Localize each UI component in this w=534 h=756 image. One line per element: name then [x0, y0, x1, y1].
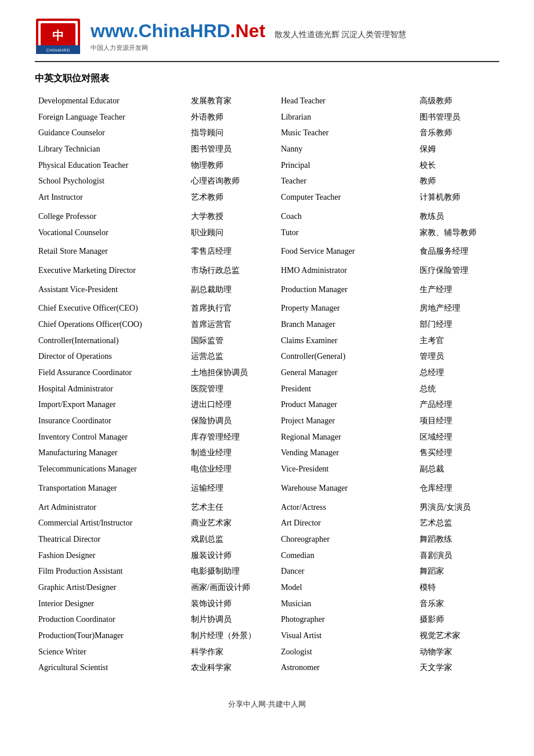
english-job-1: Chief Executive Officer(CEO): [35, 297, 187, 316]
english-job-2: Dancer: [277, 563, 416, 579]
english-job-2: Teacher: [277, 173, 416, 189]
table-row: Commercial Artist/Instructor商业艺术家Art Dir…: [35, 515, 499, 531]
table-row: Production Coordinator制片协调员Photographer摄…: [35, 611, 499, 628]
chinese-job-1: 外语教师: [187, 109, 277, 125]
english-job-2: HMO Administrator: [277, 260, 416, 279]
table-row: Import/Export Manager进出口经理Product Manage…: [35, 397, 499, 413]
english-job-2: Project Manager: [277, 413, 416, 429]
chinese-job-1: 首席运营官: [187, 316, 277, 333]
english-job-2: Branch Manager: [277, 316, 416, 333]
english-job-1: Transportation Manager: [35, 477, 187, 496]
chinese-job-1: 艺术教师: [187, 189, 277, 206]
chinese-job-2: 高级教师: [416, 93, 499, 109]
chinese-job-1: 画家/画面设计师: [187, 579, 277, 596]
english-job-1: Interior Designer: [35, 596, 187, 612]
chinese-job-2: 计算机教师: [416, 189, 499, 206]
table-row: Vocational Counselor职业顾问Tutor家教、辅导教师: [35, 225, 499, 241]
chinese-job-2: 总经理: [416, 365, 499, 381]
table-row: Science Writer科学作家Zoologist动物学家: [35, 644, 499, 660]
english-job-2: Product Manager: [277, 397, 416, 413]
chinese-job-2: 艺术总监: [416, 515, 499, 531]
table-row: Theatrical Director戏剧总监Choreographer舞蹈教练: [35, 531, 499, 548]
english-job-2: Tutor: [277, 225, 416, 241]
table-row: Controller(International)国际监管Claims Exam…: [35, 333, 499, 349]
chinese-job-2: 家教、辅导教师: [416, 225, 499, 241]
table-row: Interior Designer装饰设计师Musician音乐家: [35, 596, 499, 612]
english-job-2: Zoologist: [277, 644, 416, 660]
table-row: Manufacturing Manager制造业经理Vending Manage…: [35, 445, 499, 461]
english-job-2: President: [277, 381, 416, 397]
chinese-job-1: 运营总监: [187, 348, 277, 365]
english-job-2: Property Manager: [277, 297, 416, 316]
chinese-job-2: 部门经理: [416, 316, 499, 333]
logo-label: 中国人力资源开发网: [91, 44, 406, 52]
site-tagline: 散发人性道德光辉 沉淀人类管理智慧: [275, 30, 407, 39]
chinese-job-1: 库存管理经理: [187, 429, 277, 445]
chinese-job-1: 医院管理: [187, 381, 277, 397]
english-job-1: Fashion Designer: [35, 548, 187, 564]
table-row: Insurance Coordinator保险协调员Project Manage…: [35, 413, 499, 429]
chinese-job-1: 心理咨询教师: [187, 173, 277, 189]
english-job-1: Field Assurance Coordinator: [35, 365, 187, 381]
chinese-job-2: 食品服务经理: [416, 240, 499, 260]
chinese-job-2: 男演员/女演员: [416, 496, 499, 516]
english-job-1: Production Coordinator: [35, 611, 187, 628]
svg-text:CHINAHRD: CHINAHRD: [46, 48, 70, 52]
english-job-2: Coach: [277, 206, 416, 225]
english-job-2: Claims Examiner: [277, 333, 416, 349]
english-job-1: Inventory Control Manager: [35, 429, 187, 445]
chinese-job-1: 戏剧总监: [187, 531, 277, 548]
table-row: Fashion Designer服装设计师Comedian喜剧演员: [35, 548, 499, 564]
english-job-1: Insurance Coordinator: [35, 413, 187, 429]
chinese-job-1: 大学教授: [187, 206, 277, 225]
english-job-1: Manufacturing Manager: [35, 445, 187, 461]
english-job-1: Developmental Educator: [35, 93, 187, 109]
english-job-2: Librarian: [277, 109, 416, 125]
chinese-job-1: 科学作家: [187, 644, 277, 660]
english-job-2: Comedian: [277, 548, 416, 564]
english-job-2: Choreographer: [277, 531, 416, 548]
chinese-job-1: 艺术主任: [187, 496, 277, 516]
chinese-job-1: 发展教育家: [187, 93, 277, 109]
table-row: Chief Operations Officer(COO)首席运营官Branch…: [35, 316, 499, 333]
english-job-2: Art Director: [277, 515, 416, 531]
table-row: Physical Education Teacher物理教师Principal校…: [35, 157, 499, 174]
english-job-1: Science Writer: [35, 644, 187, 660]
english-job-1: Chief Operations Officer(COO): [35, 316, 187, 333]
chinese-job-1: 电信业经理: [187, 461, 277, 477]
table-row: Hospital Administrator医院管理President总统: [35, 381, 499, 397]
chinese-job-2: 图书管理员: [416, 109, 499, 125]
english-job-1: Graphic Artist/Designer: [35, 579, 187, 596]
english-job-2: Model: [277, 579, 416, 596]
chinese-job-2: 房地产经理: [416, 297, 499, 316]
english-job-1: Vocational Counselor: [35, 225, 187, 241]
table-row: Developmental Educator发展教育家Head Teacher高…: [35, 93, 499, 109]
chinese-job-1: 首席执行官: [187, 297, 277, 316]
english-job-1: Library Technician: [35, 141, 187, 157]
english-job-1: Agricultural Scientist: [35, 660, 187, 676]
chinese-job-2: 管理员: [416, 348, 499, 365]
english-job-1: Art Instructor: [35, 189, 187, 206]
english-job-2: Nanny: [277, 141, 416, 157]
chinese-job-2: 校长: [416, 157, 499, 174]
chinese-job-2: 副总裁: [416, 461, 499, 477]
chinese-job-1: 副总裁助理: [187, 279, 277, 298]
english-job-2: Production Manager: [277, 279, 416, 298]
site-name: www.ChinaHRD.Net 散发人性道德光辉 沉淀人类管理智慧: [91, 20, 406, 42]
english-job-1: Art Administrator: [35, 496, 187, 516]
english-job-1: Telecommunications Manager: [35, 461, 187, 477]
english-job-1: Theatrical Director: [35, 531, 187, 548]
english-job-2: Vending Manager: [277, 445, 416, 461]
job-table: Developmental Educator发展教育家Head Teacher高…: [35, 93, 499, 676]
english-job-1: Commercial Artist/Instructor: [35, 515, 187, 531]
chinese-job-2: 模特: [416, 579, 499, 596]
chinese-job-2: 产品经理: [416, 397, 499, 413]
english-job-1: Guidance Counselor: [35, 125, 187, 141]
chinese-job-2: 主考官: [416, 333, 499, 349]
english-job-2: Regional Manager: [277, 429, 416, 445]
table-row: Retail Store Manager零售店经理Food Service Ma…: [35, 240, 499, 260]
chinese-job-1: 制片协调员: [187, 611, 277, 628]
chinese-job-2: 音乐家: [416, 596, 499, 612]
table-row: Foreign Language Teacher外语教师Librarian图书管…: [35, 109, 499, 125]
table-row: School Psychologist心理咨询教师Teacher教师: [35, 173, 499, 189]
